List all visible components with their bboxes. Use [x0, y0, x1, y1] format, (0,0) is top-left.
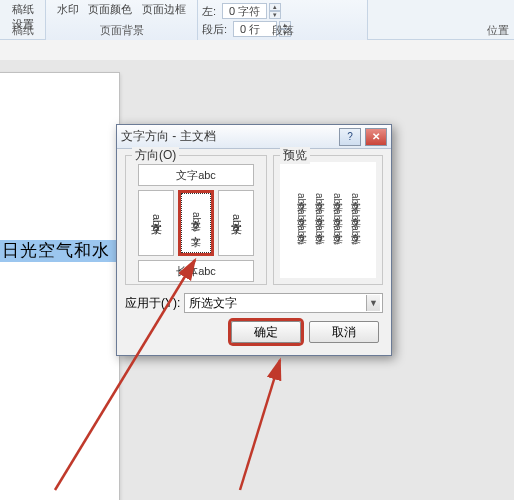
label: 稿纸	[0, 2, 45, 17]
orientation-option-vertical-1[interactable]: 文字abc	[138, 190, 174, 256]
ribbon-group-page-background: 水印 页面颜色 页面边框 页面背景	[46, 0, 198, 40]
value: 0 字符	[222, 3, 267, 19]
indent-left-spinner[interactable]: 0 字符 ▴▾	[220, 3, 281, 19]
ok-button[interactable]: 确定	[231, 321, 301, 343]
dialog-body: 方向(O) 文字abc 文字abc 文字abc文字↓ 文字abc 长体abc 预…	[117, 149, 391, 355]
group-label: 段落	[198, 23, 367, 40]
indent-left-label: 左:	[202, 4, 216, 19]
stepper-icon: ▴▾	[269, 3, 281, 19]
option-preview: 文字abc文字↓	[181, 193, 211, 253]
group-label: 页面背景	[46, 23, 197, 40]
apply-to-label: 应用于(Y):	[125, 295, 180, 312]
orientation-option-vertical-3[interactable]: 文字abc	[218, 190, 254, 256]
watermark-button[interactable]: 水印	[57, 2, 79, 17]
ribbon: 稿纸 设置 稿纸 水印 页面颜色 页面边框 页面背景 左: 0 字符 ▴▾ 段后…	[0, 0, 514, 40]
text-direction-dialog: 文字方向 - 主文档 ? ✕ 方向(O) 文字abc 文字abc 文字abc文字…	[116, 124, 392, 356]
preview-col: 文字abc文字abc文字abc↓	[330, 193, 344, 246]
apply-to-combobox[interactable]: 所选文字 ▼	[184, 293, 383, 313]
dialog-buttons: 确定 取消	[125, 321, 383, 347]
group-label: 稿纸	[0, 23, 45, 40]
close-icon: ✕	[372, 131, 380, 142]
orientation-option-bottom[interactable]: 长体abc	[138, 260, 254, 282]
preview-col: 文字abc文字abc文字abc↓	[348, 193, 362, 246]
combo-value: 所选文字	[189, 295, 366, 312]
help-button[interactable]: ?	[339, 128, 361, 146]
orientation-label: 方向(O)	[132, 147, 179, 164]
preview-box: 文字abc文字abc文字abc↓ 文字abc文字abc文字abc↓ 文字abc文…	[280, 162, 376, 278]
group-label: 位置	[478, 23, 514, 40]
page	[0, 72, 120, 500]
titlebar[interactable]: 文字方向 - 主文档 ? ✕	[117, 125, 391, 149]
selected-text[interactable]: 日光空气和水	[0, 240, 119, 262]
preview-col: 文字abc文字abc文字abc↓	[312, 193, 326, 246]
close-button[interactable]: ✕	[365, 128, 387, 146]
ribbon-group-draft: 稿纸 设置 稿纸	[0, 0, 46, 40]
cancel-button[interactable]: 取消	[309, 321, 379, 343]
orientation-group: 方向(O) 文字abc 文字abc 文字abc文字↓ 文字abc 长体abc	[125, 155, 267, 285]
ribbon-group-position: 位置	[478, 0, 514, 40]
page-border-button[interactable]: 页面边框	[142, 2, 186, 17]
preview-group: 预览 文字abc文字abc文字abc↓ 文字abc文字abc文字abc↓ 文字a…	[273, 155, 383, 285]
orientation-option-horizontal[interactable]: 文字abc	[138, 164, 254, 186]
preview-col: 文字abc文字abc文字abc↓	[294, 193, 308, 246]
page-color-button[interactable]: 页面颜色	[88, 2, 132, 17]
chevron-down-icon: ▼	[366, 295, 380, 311]
ribbon-group-paragraph: 左: 0 字符 ▴▾ 段后: 0 行 ▴▾ 段落	[198, 0, 368, 40]
apply-to-row: 应用于(Y): 所选文字 ▼	[125, 293, 383, 313]
dialog-title: 文字方向 - 主文档	[121, 128, 335, 145]
orientation-option-vertical-2-selected[interactable]: 文字abc文字↓	[178, 190, 214, 256]
preview-label: 预览	[280, 147, 310, 164]
